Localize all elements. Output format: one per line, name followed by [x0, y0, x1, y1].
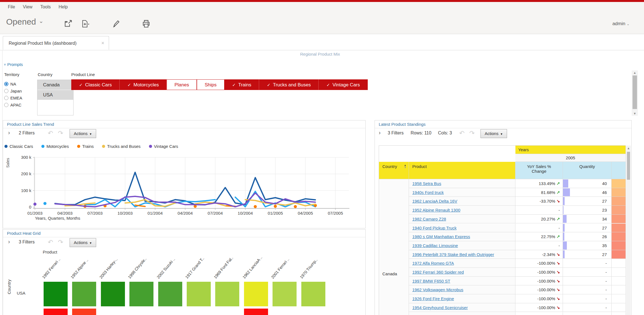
actions-button[interactable]: Actions▼ — [480, 129, 507, 138]
product-link[interactable]: 1972 Alfa Romeo GTA — [412, 261, 454, 266]
menu-view[interactable]: View — [23, 4, 32, 10]
heatmap-cell[interactable] — [44, 282, 68, 306]
edit-pencil-icon[interactable] — [111, 19, 121, 28]
heatmap-cell[interactable] — [187, 282, 211, 306]
undo-icon[interactable]: ↶ — [48, 238, 53, 246]
product-link[interactable]: 1982 Camaro Z28 — [412, 217, 446, 221]
product-link[interactable]: 1997 BMW F650 ST — [412, 279, 450, 283]
tab-regional-product-mix[interactable]: Regional Product Mix (dashboard) × — [3, 36, 109, 50]
scroll-up-icon[interactable]: ▲ — [626, 146, 631, 150]
product-link[interactable]: 1964 Mercedec Tour Bus — [412, 314, 459, 315]
country-option-usa[interactable]: USA — [37, 90, 73, 100]
prompts-scrollbar[interactable]: ▲ ▼ — [632, 70, 638, 116]
heatmap-cell[interactable] — [215, 282, 239, 306]
heatmap-cell[interactable] — [129, 282, 153, 306]
radio-button[interactable] — [4, 96, 8, 100]
product-link[interactable]: 1996 Peterbilt 379 Stake Bed with Outrig… — [412, 252, 494, 257]
radio-button[interactable] — [4, 89, 8, 93]
heatmap-cell[interactable] — [244, 309, 268, 315]
product-link[interactable]: 1958 Setra Bus — [412, 181, 441, 186]
radio-button[interactable] — [4, 103, 8, 107]
opened-dropdown[interactable]: Opened⌄ — [6, 17, 44, 27]
scroll-down-icon[interactable]: ▼ — [632, 112, 638, 115]
product-line-ships[interactable]: Ships — [197, 79, 224, 90]
actions-button[interactable]: Actions▼ — [70, 129, 96, 138]
quantity-data-bar — [563, 197, 565, 205]
menu-file[interactable]: File — [8, 4, 15, 10]
undo-icon[interactable]: ↶ — [459, 129, 465, 137]
heatmap-cell[interactable] — [44, 309, 68, 315]
territory-option-apac[interactable]: APAC — [4, 101, 22, 108]
radio-button[interactable] — [4, 82, 8, 86]
quantity-data-bar — [563, 224, 565, 232]
product-link[interactable]: 1952 Alpine Renault 1300 — [412, 208, 460, 212]
product-line-vintage-cars[interactable]: ✓Vintage Cars — [319, 79, 368, 90]
close-icon[interactable]: × — [101, 36, 104, 50]
yoy-cell: -100.00%↘ — [515, 277, 563, 286]
product-line-planes[interactable]: Planes — [167, 79, 197, 90]
redo-icon[interactable]: ↷ — [469, 129, 475, 137]
menu-help[interactable]: Help — [59, 4, 68, 10]
admin-menu[interactable]: admin ⌄ — [612, 21, 629, 27]
x-axis-label: Years, Quarters, Months — [35, 216, 80, 221]
menu-tools[interactable]: Tools — [40, 4, 51, 10]
undo-icon[interactable]: ↶ — [48, 129, 53, 137]
heatmap-cell[interactable] — [273, 282, 297, 306]
scrollbar-thumb[interactable] — [633, 75, 637, 109]
product-link[interactable]: 1962 LanciaA Delta 16V — [412, 199, 457, 203]
new-document-icon[interactable] — [80, 19, 90, 28]
actions-label: Actions — [74, 240, 87, 245]
legend-item-vintage-cars[interactable]: Vintage Cars — [149, 144, 178, 149]
heatmap-cell[interactable] — [301, 282, 325, 306]
table-scrollbar[interactable]: ▲ — [626, 146, 631, 315]
expand-filters-icon[interactable]: › — [379, 129, 381, 136]
scrollbar-thumb[interactable] — [627, 152, 630, 180]
filters-count[interactable]: 2 Filters — [19, 131, 35, 136]
heatmap-cell[interactable] — [72, 282, 96, 306]
product-link[interactable]: 1940s Ford truck — [412, 190, 444, 195]
filters-count[interactable]: 3 Filters — [388, 131, 404, 136]
redo-icon[interactable]: ↷ — [58, 238, 63, 246]
country-option-canada[interactable]: Canada — [37, 80, 73, 90]
filters-count[interactable]: 3 Filters — [19, 240, 35, 245]
actions-button[interactable]: Actions▼ — [70, 238, 96, 247]
product-column-header[interactable]: Product — [409, 162, 515, 179]
expand-filters-icon[interactable]: › — [8, 129, 10, 136]
heatmap-cell[interactable] — [244, 282, 268, 306]
heatmap-cell[interactable] — [101, 282, 125, 306]
actions-label: Actions — [485, 131, 498, 136]
redo-icon[interactable]: ↷ — [58, 129, 63, 137]
territory-option-na[interactable]: NA — [4, 80, 22, 87]
scroll-up-icon[interactable]: ▲ — [632, 71, 638, 74]
product-link[interactable]: 1954 Greyhound Scenicruiser — [412, 305, 468, 310]
heatmap-cell[interactable] — [72, 309, 96, 315]
color-scale-cell — [612, 250, 626, 259]
product-line-trucks-and-buses[interactable]: ✓Trucks and Buses — [259, 79, 319, 90]
legend-item-trucks-and-buses[interactable]: Trucks and Buses — [102, 144, 141, 149]
product-line-motorcycles[interactable]: ✓Motorcycles — [120, 79, 167, 90]
product-line-trains[interactable]: ✓Trains — [224, 79, 259, 90]
heatmap-cell[interactable] — [158, 282, 182, 306]
prompts-section-toggle[interactable]: ˅Prompts — [4, 62, 23, 67]
product-link[interactable]: 1939 Cadillac Limousine — [412, 243, 458, 248]
territory-option-emea[interactable]: EMEA — [4, 94, 22, 101]
sort-icon[interactable]: ▲▼ — [404, 164, 406, 169]
product-line-classic-cars[interactable]: ✓Classic Cars — [71, 79, 120, 90]
legend-item-motorcycles[interactable]: Motorcycles — [41, 144, 69, 149]
legend-item-trains[interactable]: Trains — [77, 144, 94, 149]
territory-option-japan[interactable]: Japan — [4, 87, 22, 94]
product-link[interactable]: 1926 Ford Fire Engine — [412, 296, 454, 301]
product-link[interactable]: 1962 Volkswagen Microbus — [412, 287, 463, 292]
product-link[interactable]: 1940 Ford Pickup Truck — [412, 226, 456, 230]
trend-down-icon: ↘ — [556, 199, 560, 203]
quantity-column-header[interactable]: Quantity — [563, 162, 612, 179]
legend-item-classic-cars[interactable]: Classic Cars — [4, 144, 33, 149]
expand-filters-icon[interactable]: › — [8, 238, 10, 245]
open-folder-icon[interactable] — [64, 19, 73, 28]
print-icon[interactable] — [141, 19, 151, 28]
country-column-header[interactable]: Country▲▼ — [379, 162, 409, 179]
product-link[interactable]: 1980 s GM Manhattan Express — [412, 234, 470, 239]
yoy-value: -100.00% — [537, 279, 555, 283]
yoy-column-header[interactable]: YoY Sales % Change — [515, 162, 563, 179]
product-link[interactable]: 1992 Ferrari 360 Spider red — [412, 270, 464, 274]
